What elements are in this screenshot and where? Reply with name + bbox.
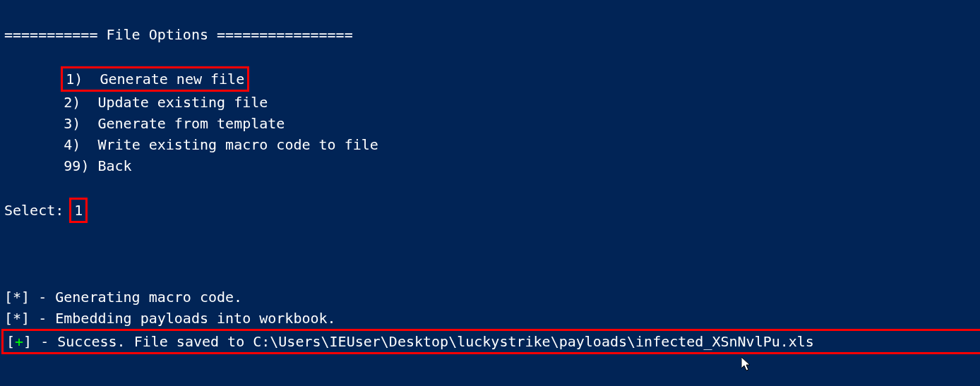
menu-item-1[interactable]: 1) Generate new file <box>4 71 249 88</box>
status-plus-icon: + <box>15 333 23 350</box>
menu-item-3-num: 3) <box>64 115 80 132</box>
select-input-value: 1 <box>69 198 88 223</box>
select-prompt[interactable]: Select: 1 <box>4 202 88 219</box>
status-prefix-2: [*] <box>4 310 30 327</box>
menu-item-99-label: Back <box>97 157 131 174</box>
header-title: File Options <box>97 26 217 43</box>
status-bracket-open: [ <box>6 333 15 350</box>
header-line: =========== File Options ===============… <box>4 26 353 43</box>
menu-item-1-num: 1) <box>66 71 83 88</box>
menu-item-99-num: 99) <box>64 157 89 174</box>
terminal-output: =========== File Options ===============… <box>0 0 980 357</box>
menu-item-3-label: Generate from template <box>97 115 285 132</box>
status-text-2: - Embedding payloads into workbook. <box>30 310 335 327</box>
menu-item-4-label: Write existing macro code to file <box>97 136 378 153</box>
header-eq-right: ================ <box>217 26 353 43</box>
menu-item-3[interactable]: 3) Generate from template <box>4 115 285 132</box>
status-line-2: [*] - Embedding payloads into workbook. <box>4 310 336 327</box>
menu-item-4-num: 4) <box>64 136 80 153</box>
header-eq-left: =========== <box>4 26 97 43</box>
menu-item-1-label: Generate new file <box>100 71 244 88</box>
mouse-pointer-icon <box>741 357 753 373</box>
status-line-1: [*] - Generating macro code. <box>4 289 242 306</box>
menu-item-4[interactable]: 4) Write existing macro code to file <box>4 136 378 153</box>
menu-item-2[interactable]: 2) Update existing file <box>4 94 268 111</box>
select-label: Select: <box>4 202 64 219</box>
status-bracket-close: ] <box>23 333 32 350</box>
menu-item-2-num: 2) <box>64 94 80 111</box>
menu-item-99[interactable]: 99) Back <box>4 157 132 174</box>
menu-item-2-label: Update existing file <box>97 94 268 111</box>
status-text-3: - Success. File saved to C:\Users\IEUser… <box>32 333 814 350</box>
status-line-3-success: [+] - Success. File saved to C:\Users\IE… <box>1 329 980 354</box>
status-prefix-1: [*] <box>4 289 30 306</box>
status-text-1: - Generating macro code. <box>30 289 242 306</box>
